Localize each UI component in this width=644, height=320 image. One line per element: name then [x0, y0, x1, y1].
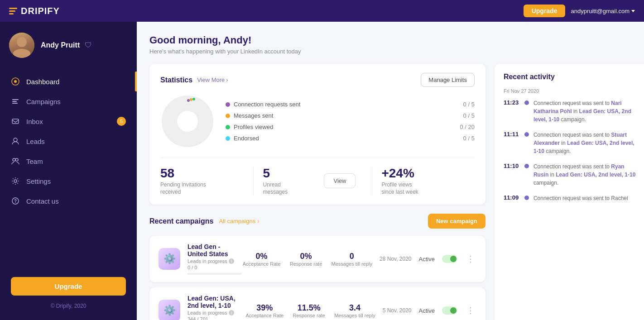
activity-dot-4 — [524, 196, 529, 200]
svg-point-13 — [175, 109, 200, 134]
view-button[interactable]: View — [324, 173, 356, 188]
toggle-wrap-1 — [442, 255, 457, 263]
campaign-date-1: 28 Nov, 2020 — [380, 256, 412, 262]
all-campaigns-link[interactable]: All campaigns › — [219, 218, 259, 224]
activity-card: Recent activity Fri Nov 27 2020 11:23 Co… — [495, 64, 644, 320]
inbox-icon — [11, 117, 20, 126]
legend-value-messages: 0 / 5 — [463, 112, 475, 119]
profile-name: Andy Pruitt — [41, 41, 80, 49]
acceptance-label-1: Acceptance Rate — [243, 261, 281, 267]
avatar-image — [9, 33, 34, 58]
activity-text-4: Connection request was sent to Rachel — [533, 194, 628, 202]
activity-prefix-3: Connection request was sent to — [533, 163, 611, 170]
legend-label-messages: Messages sent — [234, 112, 460, 119]
campaign-toggle-2[interactable] — [442, 306, 457, 315]
stat-unread-messages: 5 Unreadmessages — [253, 166, 308, 196]
activity-mid-2: in — [560, 140, 567, 146]
campaign-status-1: Active — [419, 256, 435, 263]
acceptance-label-2: Acceptance Rate — [245, 313, 284, 318]
activity-item-1: 11:23 Connection request was sent to Nar… — [504, 99, 639, 124]
svg-point-1 — [14, 80, 17, 83]
nav-menu: Dashboard Campaigns — [0, 67, 137, 268]
activity-text-1: Connection request was sent to Nari Kath… — [533, 99, 639, 124]
legend-label-connection: Connection requests sent — [234, 101, 460, 108]
info-icon-1: i — [229, 258, 234, 264]
activity-time-1: 11:23 — [504, 99, 520, 124]
acceptance-value-1: 0% — [243, 252, 281, 261]
activity-suffix-2: campaign. — [544, 148, 571, 154]
activity-title: Recent activity — [504, 73, 639, 81]
svg-point-8 — [14, 180, 17, 182]
stats-body: Connection requests sent 0 / 5 Messages … — [160, 94, 475, 148]
campaigns-title: Recent campaigns — [149, 217, 213, 225]
progress-bar-1 — [187, 273, 242, 275]
manage-limits-button[interactable]: Manage Limits — [421, 73, 475, 87]
sidebar-item-label-team: Team — [26, 158, 43, 165]
toggle-knob-2 — [450, 307, 457, 314]
sidebar-item-label-dashboard: Dashboard — [26, 78, 59, 86]
sidebar-item-dashboard[interactable]: Dashboard — [0, 72, 137, 91]
activity-item-4: 11:09 Connection request was sent to Rac… — [504, 194, 639, 202]
logo-area: DRIPIFY — [9, 6, 60, 16]
shield-icon: 🛡 — [85, 41, 92, 49]
campaign-acceptance-2: 39% Acceptance Rate — [245, 303, 284, 318]
contact-icon: ? — [11, 196, 20, 205]
sidebar-item-team[interactable]: Team — [0, 151, 137, 171]
svg-rect-3 — [12, 101, 17, 102]
sidebar-item-contact[interactable]: ? Contact us — [0, 191, 137, 211]
activity-item-3: 11:10 Connection request was sent to Rya… — [504, 162, 639, 187]
legend-item-profiles: Profiles viewed 0 / 20 — [226, 124, 475, 130]
legend-dot-messages — [226, 114, 230, 118]
campaign-response-2: 11.5% Response rate — [291, 303, 327, 318]
sidebar: Andy Pruitt 🛡 Dashboard — [0, 22, 137, 320]
more-button-2[interactable]: ⋮ — [465, 306, 476, 315]
campaign-progress-text-2: 344 / 701 — [187, 316, 238, 320]
legend-item-connection: Connection requests sent 0 / 5 — [226, 101, 475, 108]
legend-dot-endorsed — [226, 136, 230, 141]
activity-mid-1: in — [572, 108, 579, 115]
logo-line-2 — [9, 10, 15, 12]
messages-label-2: Messages till reply — [334, 313, 375, 318]
greeting-title: Good morning, Andy! — [149, 34, 631, 46]
status-text-2: Active — [419, 307, 435, 314]
info-icon-2: i — [229, 310, 234, 315]
dashboard-icon — [11, 77, 20, 86]
activity-campaign-3[interactable]: Lead Gen: USA, 2nd level, 1-10 — [556, 172, 635, 178]
sidebar-item-settings[interactable]: Settings — [0, 171, 137, 191]
more-button-1[interactable]: ⋮ — [465, 254, 476, 264]
acceptance-value-2: 39% — [245, 303, 284, 313]
stats-title-row: Statistics View More › — [160, 76, 228, 84]
sidebar-item-leads[interactable]: Leads — [0, 131, 137, 151]
logo-line-3 — [9, 13, 14, 14]
sidebar-item-label-leads: Leads — [26, 138, 45, 145]
legend-dot-profiles — [226, 125, 230, 129]
activity-suffix-3: campaign. — [533, 180, 558, 186]
svg-point-7 — [15, 158, 18, 161]
legend-value-profiles: 0 / 20 — [460, 124, 475, 130]
topnav: DRIPIFY Upgrade andypruitt@gmail.com — [0, 0, 644, 22]
campaign-acceptance-1: 0% Acceptance Rate — [243, 252, 281, 267]
messages-label-1: Messages till reply — [332, 261, 372, 267]
campaign-icon-1: ⚙️ — [159, 248, 180, 270]
sidebar-item-campaigns[interactable]: Campaigns — [0, 91, 137, 111]
user-email[interactable]: andypruitt@gmail.com — [571, 8, 635, 14]
sidebar-item-inbox[interactable]: Inbox 5 — [0, 111, 137, 131]
new-campaign-button[interactable]: New campaign — [428, 214, 485, 229]
campaign-icon-2: ⚙️ — [159, 300, 180, 320]
campaign-toggle-1[interactable] — [442, 255, 457, 263]
stats-title: Statistics — [160, 76, 192, 84]
response-label-1: Response rate — [288, 261, 324, 267]
stat-profile-views: +24% Profile viewssince last week — [372, 166, 474, 196]
view-more-link[interactable]: View More › — [197, 76, 228, 83]
campaign-leads-text-1: Leads in progress — [187, 258, 227, 264]
stat-unread-value: 5 — [263, 166, 308, 181]
response-value-1: 0% — [288, 252, 324, 261]
svg-point-16 — [192, 98, 195, 100]
activity-dot-2 — [524, 132, 529, 137]
avatar — [9, 33, 34, 58]
campaign-leads-label-2: Leads in progress i — [187, 310, 238, 315]
activity-dot-1 — [524, 100, 529, 105]
svg-point-14 — [187, 99, 190, 102]
upgrade-button-sidebar[interactable]: Upgrade — [11, 277, 126, 296]
upgrade-button-top[interactable]: Upgrade — [524, 5, 566, 17]
